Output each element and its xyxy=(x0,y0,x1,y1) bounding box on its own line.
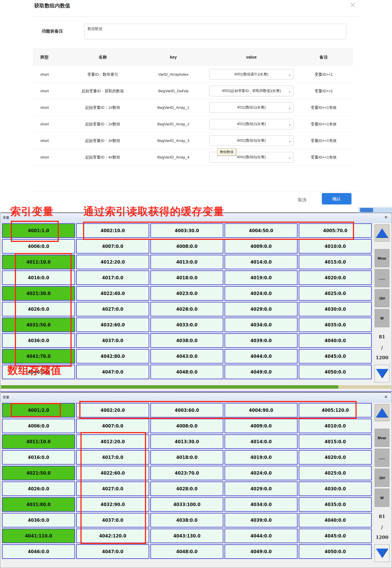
scroll-down-button[interactable] xyxy=(375,365,389,382)
cancel-button[interactable]: 取消 xyxy=(292,195,313,205)
sidebar-button-Mvar[interactable]: Mvar xyxy=(375,429,389,447)
var-cell[interactable]: 4003:30.0 xyxy=(150,223,224,238)
var-cell[interactable]: 4010:0.0 xyxy=(298,238,372,254)
sidebar-button-W[interactable]: W xyxy=(375,309,389,327)
var-cell[interactable]: 4023:0.0 xyxy=(150,286,224,301)
var-cell[interactable]: 4002:10.0 xyxy=(76,223,150,238)
var-cell[interactable]: 4041:70.0 xyxy=(1,348,76,364)
var-cell[interactable]: 4012:20.0 xyxy=(76,434,150,449)
var-cell[interactable]: 4016:0.0 xyxy=(1,449,76,465)
scroll-up-button[interactable] xyxy=(375,404,389,421)
var-cell[interactable]: 4050:0.0 xyxy=(298,364,372,380)
var-cell[interactable]: 4037:0.0 xyxy=(76,333,150,348)
var-cell[interactable]: 4024:0.0 xyxy=(224,465,298,481)
var-cell[interactable]: 4008:0.0 xyxy=(150,238,224,254)
horizontal-scrollbar[interactable] xyxy=(1,385,391,389)
var-cell[interactable]: 4037:0.0 xyxy=(76,512,150,528)
scroll-down-button[interactable] xyxy=(375,544,389,562)
var-cell[interactable]: 4022:40.0 xyxy=(76,286,150,301)
var-cell[interactable]: 4030:0.0 xyxy=(298,481,372,497)
sidebar-button-W[interactable]: W xyxy=(375,489,389,507)
var-cell[interactable]: 4021:30.0 xyxy=(1,286,76,301)
var-cell[interactable]: 4050:0.0 xyxy=(298,544,372,559)
var-cell[interactable]: 4041:110.0 xyxy=(1,528,76,544)
var-cell[interactable]: 4039:0.0 xyxy=(224,512,298,528)
var-cell[interactable]: 4048:0.0 xyxy=(150,364,224,380)
var-cell[interactable]: 4007:0.0 xyxy=(76,418,150,434)
sidebar-button-[interactable]: ...... xyxy=(375,449,389,467)
var-cell[interactable]: 4012:20.0 xyxy=(76,254,150,270)
var-cell[interactable]: 4018:0.0 xyxy=(150,270,224,286)
var-cell[interactable]: 4025:0.0 xyxy=(298,465,372,481)
function-block-remark-textarea[interactable]: 数组数值 xyxy=(84,24,346,39)
var-cell[interactable]: 4049:0.0 xyxy=(224,544,298,559)
scroll-up-button[interactable] xyxy=(375,224,389,242)
value-dropdown[interactable]: 4001(数组索引)(长整)⌄ xyxy=(209,69,294,80)
panel-close-icon[interactable]: ✕ xyxy=(384,394,388,400)
var-cell[interactable]: 4007:0.0 xyxy=(76,238,150,254)
var-cell[interactable]: 4001:2.0 xyxy=(1,402,76,418)
var-cell[interactable]: 4001:1.0 xyxy=(1,223,76,238)
var-cell[interactable]: 4029:0.0 xyxy=(224,301,298,317)
var-cell[interactable]: 4030:0.0 xyxy=(298,301,372,317)
var-cell[interactable]: 4017:0.0 xyxy=(76,270,150,286)
var-cell[interactable]: 4034:0.0 xyxy=(224,317,298,333)
var-cell[interactable]: 4032:90.0 xyxy=(76,497,150,512)
var-cell[interactable]: 4021:50.0 xyxy=(1,465,76,481)
var-cell[interactable]: 4044:0.0 xyxy=(224,528,298,544)
var-cell[interactable]: 4035:0.0 xyxy=(298,317,372,333)
var-cell[interactable]: 4032:60.0 xyxy=(76,317,150,333)
var-cell[interactable]: 4040:0.0 xyxy=(298,333,372,348)
var-cell[interactable]: 4006:0.0 xyxy=(1,418,76,434)
var-cell[interactable]: 4045:0.0 xyxy=(298,348,372,364)
var-cell[interactable]: 4045:0.0 xyxy=(298,528,372,544)
var-cell[interactable]: 4042:80.0 xyxy=(76,348,150,364)
var-cell[interactable]: 4006:0.0 xyxy=(1,238,76,254)
confirm-button[interactable]: 确认 xyxy=(322,193,351,204)
var-cell[interactable]: 4014:0.0 xyxy=(224,254,298,270)
var-cell[interactable]: 4025:0.0 xyxy=(298,286,372,301)
var-cell[interactable]: 4048:0.0 xyxy=(150,544,224,559)
var-cell[interactable]: 4020:0.0 xyxy=(298,270,372,286)
panel-close-icon[interactable]: ✕ xyxy=(384,215,388,220)
value-dropdown[interactable]: 4021(数组2)(长整)⌄ xyxy=(209,119,294,129)
var-cell[interactable]: 4047:0.0 xyxy=(76,544,150,559)
var-cell[interactable]: 4014:0.0 xyxy=(224,434,298,449)
var-cell[interactable]: 4003:60.0 xyxy=(150,402,224,418)
var-cell[interactable]: 4049:0.0 xyxy=(224,364,298,380)
var-cell[interactable]: 4017:0.0 xyxy=(76,449,150,465)
var-cell[interactable]: 4046:0.0 xyxy=(1,544,76,559)
var-cell[interactable]: 4019:0.0 xyxy=(224,270,298,286)
var-cell[interactable]: 4043:0.0 xyxy=(150,348,224,364)
value-dropdown[interactable]: 4011(数组1)(长整)⌄ xyxy=(209,102,294,113)
var-cell[interactable]: 4034:0.0 xyxy=(224,497,298,512)
var-cell[interactable]: 4027:0.0 xyxy=(76,301,150,317)
var-cell[interactable]: 4002:20.0 xyxy=(76,402,150,418)
var-cell[interactable]: 4028:0.0 xyxy=(150,481,224,497)
value-dropdown[interactable]: 4002(起始变量ID：获取的数值)(长整)⌄ xyxy=(209,86,294,96)
var-cell[interactable]: 4035:0.0 xyxy=(298,497,372,512)
var-cell[interactable]: 4033:100.0 xyxy=(150,497,224,512)
var-cell[interactable]: 4010:0.0 xyxy=(298,418,372,434)
sidebar-button-Mvar[interactable]: Mvar xyxy=(375,249,389,267)
var-cell[interactable]: 4038:0.0 xyxy=(150,512,224,528)
var-cell[interactable]: 4031:50.0 xyxy=(1,317,76,333)
var-cell[interactable]: 4009:0.0 xyxy=(224,238,298,254)
var-cell[interactable]: 4038:0.0 xyxy=(150,333,224,348)
var-cell[interactable]: 4018:0.0 xyxy=(150,449,224,465)
dialog-close-icon[interactable]: ✕ xyxy=(350,1,355,9)
value-dropdown[interactable]: 4031(数组3)(长整)⌄ xyxy=(209,135,294,146)
var-cell[interactable]: 4043:130.0 xyxy=(150,528,224,544)
var-cell[interactable]: 4036:0.0 xyxy=(1,333,76,348)
var-cell[interactable]: 4005:70.0 xyxy=(298,223,372,238)
var-cell[interactable]: 4011:10.0 xyxy=(1,434,76,449)
var-cell[interactable]: 4044:0.0 xyxy=(224,348,298,364)
var-cell[interactable]: 4036:0.0 xyxy=(1,512,76,528)
sidebar-button-[interactable]: ...... xyxy=(375,269,389,287)
var-cell[interactable]: 4040:0.0 xyxy=(298,512,372,528)
var-cell[interactable]: 4029:0.0 xyxy=(224,481,298,497)
var-cell[interactable]: 4047:0.0 xyxy=(76,364,150,380)
var-cell[interactable]: 4015:0.0 xyxy=(298,434,372,449)
var-cell[interactable]: 4020:0.0 xyxy=(298,449,372,465)
sidebar-button-16[interactable]: 16# xyxy=(375,469,389,487)
